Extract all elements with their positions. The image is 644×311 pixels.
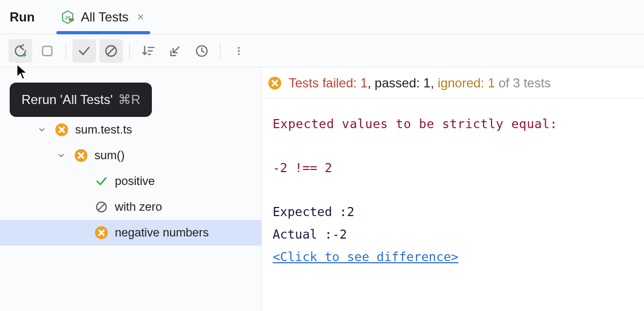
status-total-text: of 3 tests (499, 76, 551, 90)
fail-status-icon (73, 149, 89, 162)
fail-status-icon (54, 123, 70, 137)
more-options-button[interactable] (227, 39, 251, 63)
close-icon[interactable]: × (134, 9, 148, 25)
tab-all-tests[interactable]: JS All Tests × (56, 0, 151, 34)
svg-point-12 (238, 53, 239, 55)
import-tests-button[interactable] (163, 39, 187, 63)
tree-label: sum.test.ts (75, 123, 132, 137)
tree-row-test-ignored[interactable]: with zero (0, 194, 261, 220)
run-tab-bar: Run JS All Tests × (0, 0, 644, 34)
tree-label: negative numbers (115, 226, 209, 240)
tree-label: sum() (94, 149, 125, 162)
tree-row-suite[interactable]: sum() (0, 143, 261, 168)
tab-label: All Tests (81, 10, 129, 25)
svg-line-16 (98, 204, 105, 211)
tooltip: Rerun 'All Tests' ⌘R (10, 83, 152, 117)
toolbar (0, 34, 644, 68)
svg-point-10 (238, 47, 239, 48)
console-line: Expected values to be strictly equal: (273, 113, 633, 135)
tree-row-test-pass[interactable]: positive (0, 168, 261, 194)
show-ignored-button[interactable] (99, 39, 123, 63)
console-expected-label: Expected : (273, 205, 347, 219)
tree-row-file[interactable]: sum.test.ts (0, 117, 261, 143)
status-bar: Tests failed: 1, passed: 1, ignored: 1 o… (262, 68, 644, 99)
status-ignored-label: ignored: (438, 76, 485, 90)
console-expected-value: 2 (347, 205, 354, 219)
pass-status-icon (93, 175, 109, 188)
status-passed-label: passed: (375, 76, 420, 90)
console-output: Expected values to be strictly equal: -2… (262, 99, 644, 268)
svg-line-5 (107, 47, 115, 55)
svg-point-11 (238, 50, 239, 51)
ignored-status-icon (93, 201, 109, 213)
fail-status-icon (266, 76, 283, 90)
tooltip-text: Rerun 'All Tests' (21, 92, 113, 107)
console-line: -2 !== 2 (273, 157, 633, 179)
fail-status-icon (93, 226, 109, 240)
status-passed-count: 1 (423, 76, 430, 90)
tree-label: with zero (115, 200, 162, 214)
diff-link[interactable]: <Click to see difference> (273, 250, 458, 264)
separator (220, 42, 221, 60)
chevron-down-icon[interactable] (35, 125, 48, 134)
status-failed-label: Tests failed: (289, 76, 357, 90)
tree-row-test-fail[interactable]: negative numbers (0, 220, 261, 246)
tool-window-label: Run (10, 10, 56, 25)
show-passed-button[interactable] (72, 39, 96, 63)
status-failed-count: 1 (360, 76, 367, 90)
separator (129, 42, 130, 60)
tree-label: positive (115, 174, 155, 188)
sort-button[interactable] (136, 39, 160, 63)
nodejs-icon: JS (60, 10, 76, 25)
separator (65, 42, 66, 60)
test-history-button[interactable] (190, 39, 214, 63)
chevron-down-icon[interactable] (55, 151, 68, 160)
svg-rect-3 (42, 46, 52, 55)
console-actual-label: Actual : (273, 227, 332, 241)
rerun-button[interactable] (9, 39, 32, 63)
console-panel: Tests failed: 1, passed: 1, ignored: 1 o… (262, 68, 644, 311)
svg-rect-1 (69, 18, 71, 21)
status-ignored-count: 1 (488, 76, 495, 90)
tooltip-shortcut: ⌘R (118, 92, 140, 107)
console-actual-value: -2 (332, 227, 347, 241)
stop-button[interactable] (35, 39, 59, 63)
svg-rect-2 (71, 18, 74, 21)
